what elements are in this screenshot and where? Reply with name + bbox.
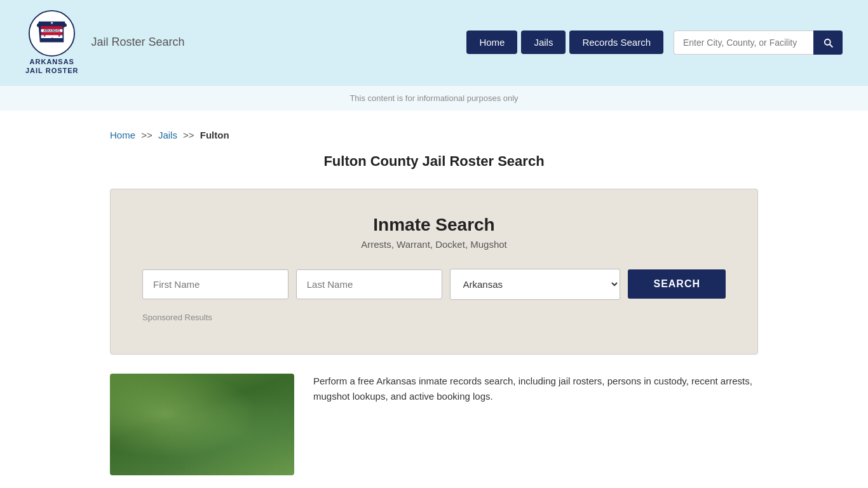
sponsored-results-label: Sponsored Results (142, 313, 726, 322)
info-bar: This content is for informational purpos… (0, 85, 868, 111)
bottom-image-inner (110, 374, 294, 475)
last-name-input[interactable] (296, 269, 442, 299)
header-search-bar (674, 30, 843, 55)
main-content: Home >> Jails >> Fulton Fulton County Ja… (85, 111, 783, 488)
inmate-search-title: Inmate Search (142, 215, 726, 235)
breadcrumb-home[interactable]: Home (110, 130, 135, 140)
svg-text:ARKANSAS: ARKANSAS (44, 29, 60, 32)
home-nav-button[interactable]: Home (466, 30, 517, 54)
site-header: ARKANSAS ★ ★ ★ ★ ARKANSAS JAIL ROSTER Ja… (0, 0, 868, 85)
bottom-section: Perform a free Arkansas inmate records s… (110, 374, 758, 475)
search-icon (822, 37, 834, 48)
svg-text:★: ★ (50, 21, 53, 25)
breadcrumb-sep2: >> (183, 130, 194, 140)
nav-area: Home Jails Records Search (466, 30, 843, 55)
breadcrumb-jails[interactable]: Jails (158, 130, 177, 140)
page-title: Fulton County Jail Roster Search (110, 153, 758, 170)
inmate-search-box: Inmate Search Arrests, Warrant, Docket, … (110, 189, 758, 355)
breadcrumb-current: Fulton (200, 130, 229, 140)
bottom-description: Perform a free Arkansas inmate records s… (313, 374, 758, 404)
breadcrumb-sep1: >> (141, 130, 153, 140)
records-search-nav-button[interactable]: Records Search (569, 30, 663, 54)
state-select[interactable]: Arkansas Alabama Alaska Arizona Californ… (450, 269, 621, 300)
logo-text: ARKANSAS JAIL ROSTER (25, 57, 79, 76)
search-fields: Arkansas Alabama Alaska Arizona Californ… (142, 269, 726, 300)
bottom-image (110, 374, 294, 475)
arkansas-logo-icon: ARKANSAS ★ ★ ★ ★ (28, 10, 76, 57)
header-left: ARKANSAS ★ ★ ★ ★ ARKANSAS JAIL ROSTER Ja… (25, 10, 185, 76)
header-search-button[interactable] (813, 30, 843, 55)
inmate-search-subtitle: Arrests, Warrant, Docket, Mugshot (142, 239, 726, 250)
header-search-input[interactable] (674, 30, 813, 55)
first-name-input[interactable] (142, 269, 288, 299)
breadcrumb: Home >> Jails >> Fulton (110, 130, 758, 140)
jails-nav-button[interactable]: Jails (521, 30, 566, 54)
inmate-search-button[interactable]: SEARCH (628, 269, 726, 299)
info-bar-text: This content is for informational purpos… (349, 93, 518, 103)
logo-area: ARKANSAS ★ ★ ★ ★ ARKANSAS JAIL ROSTER (25, 10, 79, 76)
site-title: Jail Roster Search (92, 36, 185, 49)
